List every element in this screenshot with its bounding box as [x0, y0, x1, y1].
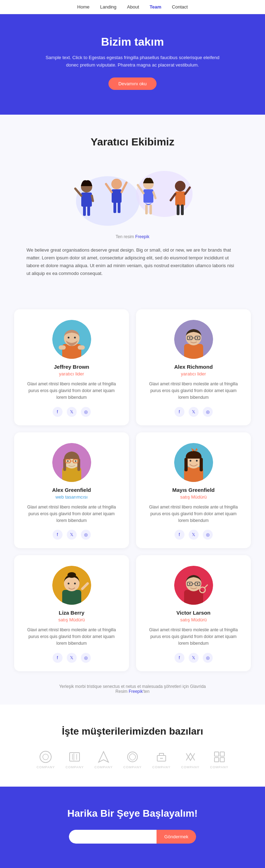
svg-rect-5 — [87, 205, 90, 216]
team-footer-note: Yerleşik morbi tristique senectus et net… — [0, 678, 265, 705]
svg-rect-25 — [181, 205, 184, 215]
svg-point-39 — [189, 337, 190, 339]
nav-team[interactable]: Team — [150, 4, 161, 10]
card-name-4: Liza Berry — [59, 610, 84, 616]
card-role-2: web tasarımcısı — [55, 494, 88, 500]
svg-rect-83 — [220, 758, 224, 762]
freepik-attribution: Ten resim Freepik — [14, 234, 251, 239]
nav-landing[interactable]: Landing — [100, 4, 116, 10]
card-desc-2: Glavi amet ritnisl libero molestie ante … — [23, 504, 120, 524]
svg-point-49 — [67, 460, 69, 462]
svg-point-71 — [189, 583, 190, 585]
cta-email-input[interactable] — [69, 830, 157, 844]
cta-submit-button[interactable]: Göndermek — [157, 830, 196, 844]
team-card-5: Victor Larson satış Müdürü Glavi amet ri… — [136, 555, 251, 671]
clients-logos: COMPANY COMPANY COMPANY COMPANY COMPANY … — [14, 750, 251, 769]
client-logo-4: COMPANY — [152, 750, 171, 769]
card-role-3: satış Müdürü — [180, 494, 207, 500]
hero-button[interactable]: Devamını oku — [108, 77, 157, 90]
twitter-icon-0[interactable]: 𝕏 — [67, 407, 77, 417]
twitter-icon-1[interactable]: 𝕏 — [189, 407, 199, 417]
twitter-icon-4[interactable]: 𝕏 — [67, 653, 77, 663]
avatar-alex-g — [52, 443, 91, 482]
svg-point-40 — [197, 337, 198, 339]
instagram-icon-1[interactable]: ◎ — [203, 407, 213, 417]
team-card-0: Jeffrey Brown yaratıcı lider Glavi amet … — [14, 309, 129, 425]
instagram-icon-5[interactable]: ◎ — [203, 653, 213, 663]
clients-title: İşte müşterilerimizden bazıları — [14, 726, 251, 737]
svg-rect-9 — [112, 189, 122, 203]
cta-title: Harika Bir Şeye Başlayalım! — [42, 808, 223, 819]
social-icons-3: f 𝕏 ◎ — [175, 530, 213, 540]
team-illustration — [62, 159, 203, 231]
svg-rect-54 — [184, 458, 188, 471]
facebook-icon-2[interactable]: f — [53, 530, 63, 540]
instagram-icon-3[interactable]: ◎ — [203, 530, 213, 540]
facebook-icon-3[interactable]: f — [175, 530, 184, 540]
team-card-1: Alex Richmond yaratıcı lider Glavi amet … — [136, 309, 251, 425]
client-logo-2: COMPANY — [94, 750, 113, 769]
freepik-link[interactable]: Freepik — [135, 234, 149, 239]
social-icons-2: f 𝕏 ◎ — [53, 530, 91, 540]
svg-point-62 — [67, 583, 69, 585]
facebook-icon-4[interactable]: f — [53, 653, 63, 663]
svg-rect-55 — [200, 458, 203, 471]
svg-point-8 — [111, 179, 122, 189]
facebook-icon-0[interactable]: f — [53, 407, 63, 417]
social-icons-0: f 𝕏 ◎ — [53, 407, 91, 417]
twitter-icon-5[interactable]: 𝕏 — [189, 653, 199, 663]
avatar-liza — [52, 566, 91, 605]
creative-team-description: We believe great organisations deserve g… — [26, 246, 238, 277]
facebook-icon-5[interactable]: f — [175, 653, 184, 663]
svg-rect-81 — [220, 752, 224, 756]
nav-about[interactable]: About — [127, 4, 139, 10]
hero-title: Bizim takım — [42, 35, 223, 48]
svg-point-50 — [75, 460, 76, 462]
svg-rect-18 — [145, 205, 148, 214]
social-icons-5: f 𝕏 ◎ — [175, 653, 213, 663]
team-cards-grid: Jeffrey Brown yaratıcı lider Glavi amet … — [0, 309, 265, 678]
instagram-icon-2[interactable]: ◎ — [81, 530, 91, 540]
avatar-alex-r — [174, 320, 213, 359]
team-card-3: Mayıs Greenfield satış Müdürü Glavi amet… — [136, 432, 251, 548]
svg-rect-19 — [149, 205, 152, 214]
team-card-2: Alex Greenfield web tasarımcısı Glavi am… — [14, 432, 129, 548]
avatar-jeffrey — [52, 320, 91, 359]
team-freepik-link[interactable]: Freepik — [129, 689, 143, 694]
card-name-3: Mayıs Greenfield — [172, 487, 214, 493]
card-role-5: satış Müdürü — [180, 617, 207, 622]
facebook-icon-1[interactable]: f — [175, 407, 184, 417]
svg-point-61 — [67, 572, 76, 578]
card-name-0: Jeffrey Brown — [54, 364, 89, 370]
instagram-icon-4[interactable]: ◎ — [81, 653, 91, 663]
svg-rect-34 — [184, 344, 203, 359]
svg-rect-21 — [175, 191, 185, 206]
team-card-4: Liza Berry satış Müdürü Glavi amet ritni… — [14, 555, 129, 671]
nav-contact[interactable]: Contact — [172, 4, 188, 10]
svg-point-29 — [67, 337, 69, 338]
social-icons-1: f 𝕏 ◎ — [175, 407, 213, 417]
client-logo-5: COMPANY — [181, 750, 200, 769]
client-logo-1: COMPANY — [65, 750, 84, 769]
twitter-icon-3[interactable]: 𝕏 — [189, 530, 199, 540]
client-logo-0: COMPANY — [37, 750, 55, 769]
card-desc-4: Glavi amet ritnisl libero molestie ante … — [23, 627, 120, 647]
client-logo-6: COMPANY — [210, 750, 229, 769]
instagram-icon-0[interactable]: ◎ — [81, 407, 91, 417]
svg-rect-31 — [59, 345, 66, 350]
card-role-4: satış Müdürü — [58, 617, 85, 622]
svg-rect-59 — [62, 590, 81, 605]
twitter-icon-2[interactable]: 𝕏 — [67, 530, 77, 540]
cta-form: Göndermek — [69, 830, 196, 844]
svg-rect-32 — [78, 345, 85, 350]
card-desc-5: Glavi amet ritnisl libero molestie ante … — [145, 627, 242, 647]
cta-section: Harika Bir Şeye Başlayalım! Göndermek — [0, 787, 265, 868]
clients-section: İşte müşterilerimizden bazıları COMPANY … — [0, 705, 265, 787]
nav-home[interactable]: Home — [77, 4, 90, 10]
svg-rect-12 — [113, 202, 116, 213]
svg-rect-4 — [83, 205, 86, 216]
svg-rect-80 — [214, 752, 219, 756]
svg-rect-15 — [143, 189, 153, 203]
svg-point-72 — [197, 583, 198, 585]
navigation: Home Landing About Team Contact — [0, 0, 265, 14]
